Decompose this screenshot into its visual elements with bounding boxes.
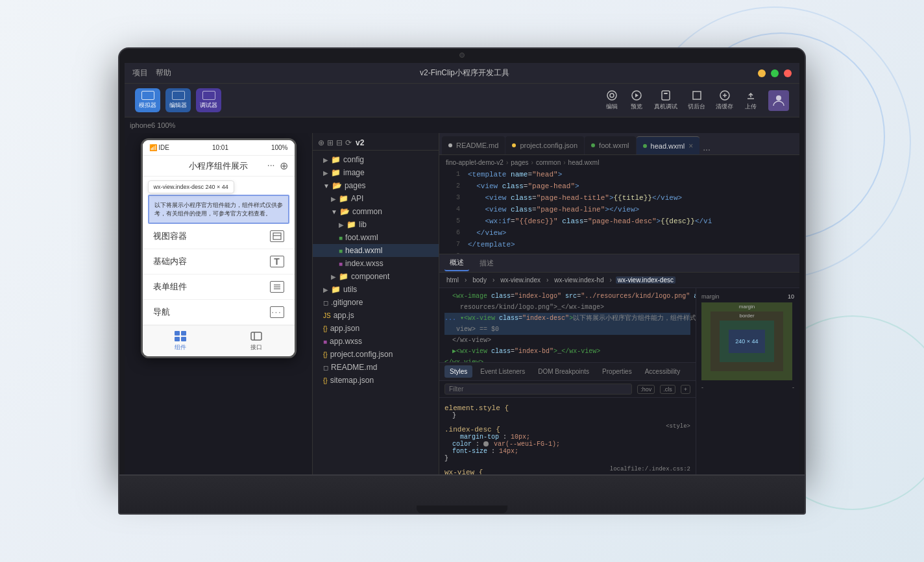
tree-file-app-json[interactable]: {} app.json [313,322,439,335]
phone-menu-item-4[interactable]: 导航 ··· [143,300,295,325]
code-line-3: 3 <view class="page-head-title">{{title}… [439,193,799,204]
menu-project[interactable]: 项目 [132,67,148,79]
tree-file-index-wxss[interactable]: ■ index.wxss [313,257,439,270]
maximize-button[interactable] [771,69,779,77]
action-background[interactable]: 切后台 [688,90,705,111]
common-label: common [352,207,382,216]
path-body[interactable]: body [470,276,489,284]
panel-tab-events[interactable]: Event Listeners [475,365,530,378]
tree-folder-component[interactable]: ▶ 📁 component [313,270,439,283]
background-icon [690,90,704,101]
laptop-camera [459,53,465,58]
tree-folder-image[interactable]: ▶ 📁 image [313,166,439,179]
path-html[interactable]: html [444,276,461,284]
nav-icon: ··· [270,306,284,318]
phone-menu-item-2[interactable]: 基础内容 T [143,249,295,275]
user-avatar[interactable] [768,90,789,111]
code-line-5: 5 <wx:if="{{desc}}" class="page-head-des… [439,216,799,228]
panel-tab-dom[interactable]: DOM Breakpoints [533,365,594,378]
tree-file-app-js[interactable]: JS app.js [313,309,439,322]
clear-cache-label: 清缓存 [716,103,733,111]
utils-label: utils [343,285,357,294]
main-content: 📶 IDE 10:01 100% 小程序组件展示 ··· ⊕ [125,133,799,474]
filter-badge-plus[interactable]: + [681,385,690,394]
tree-folder-common[interactable]: ▼ 📂 common [313,205,439,218]
action-clear-cache[interactable]: 清缓存 [716,90,733,111]
menu-help[interactable]: 帮助 [156,67,171,79]
css-source-2: <style> [666,423,690,434]
foot-tab-dot [591,143,595,147]
tab-more-button[interactable]: ··· [700,144,713,154]
tab-foot-wxml[interactable]: foot.wxml [585,136,635,154]
panel-tab-access[interactable]: Accessibility [640,365,685,378]
css-prop-margin-top: margin-top : 10px; [452,434,690,441]
panel-tab-styles[interactable]: Styles [444,365,472,378]
pages-arrow: ▼ [323,182,330,189]
phone-bottom-nav: 组件 接口 [143,325,295,356]
box-model-header: margin 10 [701,293,794,300]
lib-label: lib [359,220,367,229]
nav-item-component[interactable]: 组件 [143,328,219,354]
html-tree[interactable]: <wx-image class="index-logo" src="../res… [439,288,696,363]
action-real-debug[interactable]: 真机调试 [654,90,677,111]
tree-file-head-wxml[interactable]: ■ head.wxml [313,244,439,257]
tree-folder-lib[interactable]: ▶ 📁 lib [313,218,439,231]
tab-project-config[interactable]: project.config.json [505,136,584,154]
html-line-6: ▶<wx-view class="index-bd">_</wx-view> [444,346,690,357]
project-tab-label: project.config.json [520,141,578,149]
filter-badge-hov[interactable]: :hov [637,385,655,394]
minimize-button[interactable] [758,69,766,77]
bc-pages: pages [511,159,528,166]
foot-wxml-label: foot.wxml [345,233,378,242]
bc-file: head.wxml [568,159,600,166]
tree-folder-pages[interactable]: ▼ 📂 pages [313,179,439,192]
real-debug-icon [659,90,673,101]
devtools-tab-overview[interactable]: 概述 [444,255,469,271]
index-wxss-label: index.wxss [345,259,383,268]
action-preview[interactable]: 预览 [629,90,644,111]
margin-value: 10 [788,293,794,300]
tree-folder-config[interactable]: ▶ 📁 config [313,153,439,166]
path-wx-view-index[interactable]: wx-view.index [498,276,542,284]
filter-input[interactable] [444,384,632,395]
code-scroll[interactable]: 1 <template name="head"> 2 <view class="… [439,169,799,254]
nav-item-api[interactable]: 接口 [219,328,295,354]
filter-badge-cls[interactable]: .cls [660,385,675,394]
path-wx-view-hd[interactable]: wx-view.index-hd [552,276,605,284]
tab-head-wxml[interactable]: head.wxml × [637,136,700,154]
path-wx-view-desc[interactable]: wx-view.index-desc [616,276,675,284]
tree-file-project-config[interactable]: {} project.config.json [313,348,439,361]
close-button[interactable] [784,69,792,77]
css-code-panel[interactable]: element.style { } .index-desc { <style> [439,398,696,474]
tree-folder-utils[interactable]: ▶ 📁 utils [313,283,439,296]
toolbar-btn-editor[interactable]: 编辑器 [165,88,191,112]
code-line-4: 4 <view class="page-head-line"></view> [439,204,799,216]
head-wxml-icon: ■ [339,247,343,254]
tab-readme[interactable]: README.md [442,136,505,154]
tree-file-foot-wxml[interactable]: ■ foot.wxml [313,231,439,244]
tree-file-app-wxss[interactable]: ■ app.wxss [313,335,439,348]
toolbar-btn-debugger[interactable]: 调试器 [196,88,221,112]
svg-rect-16 [181,337,186,341]
html-line-7: </wx-view> [444,357,690,363]
toolbar-btn-simulator[interactable]: 模拟器 [135,88,160,112]
menu-item-label-3: 表单组件 [153,281,187,293]
tree-file-sitemap[interactable]: {} sitemap.json [313,374,439,387]
title-bar-title: v2-FinClip小程序开发工具 [171,67,758,79]
upload-label: 上传 [745,103,757,111]
tree-file-gitignore[interactable]: ◻ .gitignore [313,296,439,309]
preview-icon [629,90,644,101]
head-tab-close[interactable]: × [688,141,693,151]
api-arrow: ▶ [331,195,336,202]
panel-tab-props[interactable]: Properties [597,365,637,378]
phone-frame: 📶 IDE 10:01 100% 小程序组件展示 ··· ⊕ [125,133,312,474]
code-line-1: 1 <template name="head"> [439,169,799,181]
action-upload[interactable]: 上传 [744,90,758,111]
action-edit[interactable]: 编辑 [605,90,619,111]
phone-menu-item-3[interactable]: 表单组件 [143,275,295,300]
tree-folder-api[interactable]: ▶ 📁 API [313,192,439,205]
phone-menu-item-1[interactable]: 视图容器 [143,224,295,249]
tree-file-readme[interactable]: ◻ README.md [313,361,439,374]
devtools-tab-desc[interactable]: 描述 [474,256,499,271]
form-icon [270,281,284,293]
